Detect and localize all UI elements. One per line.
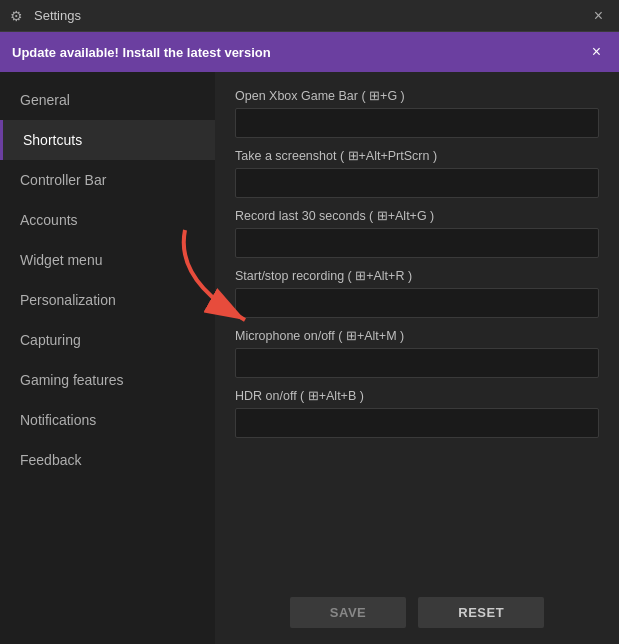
sidebar-item-general[interactable]: General [0,80,215,120]
shortcut-input-record-last[interactable] [235,228,599,258]
shortcut-input-screenshot[interactable] [235,168,599,198]
shortcut-group-start-stop: Start/stop recording ( ⊞+Alt+R ) [235,268,599,318]
sidebar-item-notifications[interactable]: Notifications [0,400,215,440]
settings-icon: ⚙ [10,8,26,24]
sidebar-item-capturing[interactable]: Capturing [0,320,215,360]
shortcut-group-xbox: Open Xbox Game Bar ( ⊞+G ) [235,88,599,138]
sidebar-item-accounts[interactable]: Accounts [0,200,215,240]
title-bar-text: Settings [34,8,588,23]
shortcut-label-hdr: HDR on/off ( ⊞+Alt+B ) [235,388,599,403]
footer: SAVE RESET [235,581,599,628]
shortcut-label-start-stop: Start/stop recording ( ⊞+Alt+R ) [235,268,599,283]
shortcut-label-microphone: Microphone on/off ( ⊞+Alt+M ) [235,328,599,343]
sidebar-item-controller-bar[interactable]: Controller Bar [0,160,215,200]
sidebar-item-personalization[interactable]: Personalization [0,280,215,320]
shortcut-input-hdr[interactable] [235,408,599,438]
shortcut-group-hdr: HDR on/off ( ⊞+Alt+B ) [235,388,599,438]
update-banner: Update available! Install the latest ver… [0,32,619,72]
title-bar-close-button[interactable]: × [588,5,609,27]
shortcut-input-xbox[interactable] [235,108,599,138]
shortcut-label-screenshot: Take a screenshot ( ⊞+Alt+PrtScrn ) [235,148,599,163]
update-banner-close-button[interactable]: × [586,41,607,63]
shortcut-group-microphone: Microphone on/off ( ⊞+Alt+M ) [235,328,599,378]
shortcut-input-microphone[interactable] [235,348,599,378]
main-layout: General Shortcuts Controller Bar Account… [0,72,619,644]
shortcut-group-record-last: Record last 30 seconds ( ⊞+Alt+G ) [235,208,599,258]
save-button: SAVE [290,597,406,628]
content-area: Open Xbox Game Bar ( ⊞+G ) Take a screen… [215,72,619,644]
shortcut-input-start-stop[interactable] [235,288,599,318]
sidebar-item-feedback[interactable]: Feedback [0,440,215,480]
update-banner-text: Update available! Install the latest ver… [12,45,586,60]
sidebar-item-widget-menu[interactable]: Widget menu [0,240,215,280]
sidebar-item-gaming-features[interactable]: Gaming features [0,360,215,400]
sidebar: General Shortcuts Controller Bar Account… [0,72,215,644]
shortcut-label-record-last: Record last 30 seconds ( ⊞+Alt+G ) [235,208,599,223]
shortcut-group-screenshot: Take a screenshot ( ⊞+Alt+PrtScrn ) [235,148,599,198]
title-bar: ⚙ Settings × [0,0,619,32]
reset-button[interactable]: RESET [418,597,544,628]
sidebar-item-shortcuts[interactable]: Shortcuts [0,120,215,160]
shortcut-label-xbox: Open Xbox Game Bar ( ⊞+G ) [235,88,599,103]
